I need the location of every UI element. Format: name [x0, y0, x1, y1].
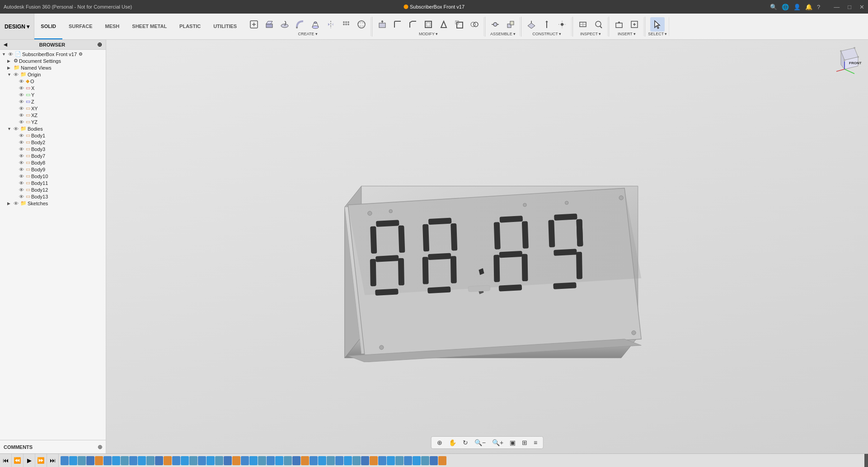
fillet-btn[interactable]: [390, 17, 405, 32]
timeline-item[interactable]: [146, 456, 155, 465]
timeline-end-btn[interactable]: ⏭: [47, 454, 59, 467]
tree-item-y[interactable]: 👁 ▭ Y: [0, 91, 106, 98]
draft-btn[interactable]: [436, 17, 451, 32]
new-component-btn[interactable]: [247, 17, 261, 32]
insert-label[interactable]: INSERT ▾: [618, 32, 636, 36]
display-mode-btn[interactable]: ▣: [508, 438, 517, 447]
design-dropdown[interactable]: DESIGN ▾: [0, 14, 34, 39]
tab-plastic[interactable]: PLASTIC: [173, 14, 207, 39]
tree-item-bodies[interactable]: ▼ 👁 📁 Bodies: [0, 125, 106, 132]
zoom-out-btn[interactable]: 🔍−: [473, 438, 488, 447]
visibility-xy[interactable]: 👁: [19, 106, 24, 111]
visibility-origin[interactable]: 👁: [14, 72, 19, 77]
timeline-item[interactable]: [61, 456, 69, 465]
tree-item-o[interactable]: 👁 ◆ O: [0, 78, 106, 85]
insert-btn2[interactable]: [627, 17, 642, 32]
browser-collapse-btn[interactable]: ◀: [4, 42, 7, 47]
timeline-item[interactable]: [129, 456, 137, 465]
timeline-item[interactable]: [241, 456, 249, 465]
tree-item-body9[interactable]: 👁 ▭ Body9: [0, 166, 106, 173]
tree-item-yz[interactable]: 👁 ▭ YZ: [0, 118, 106, 125]
construct-plane-btn[interactable]: [524, 17, 539, 32]
fit-view-btn[interactable]: ⊕: [435, 438, 444, 447]
timeline-item[interactable]: [413, 456, 421, 465]
timeline-item[interactable]: [206, 456, 215, 465]
timeline-item[interactable]: [361, 456, 369, 465]
tree-item-root[interactable]: ▼ 👁 📄 SubscriberBox Front v17 ⚙: [0, 51, 106, 57]
timeline-item[interactable]: [318, 456, 326, 465]
tab-surface[interactable]: SURFACE: [62, 14, 99, 39]
select-label[interactable]: SELECT ▾: [648, 32, 667, 36]
env-btn[interactable]: ≡: [532, 438, 539, 447]
tree-item-body11[interactable]: 👁 ▭ Body11: [0, 179, 106, 186]
tree-item-origin[interactable]: ▼ 👁 📁 Origin: [0, 71, 106, 78]
timeline-item[interactable]: [301, 456, 309, 465]
timeline-item[interactable]: [327, 456, 335, 465]
timeline-item[interactable]: [310, 456, 318, 465]
timeline-item[interactable]: [189, 456, 197, 465]
press-pull-btn[interactable]: [375, 17, 389, 32]
toggle-sketches[interactable]: ▶: [7, 201, 13, 206]
timeline-item[interactable]: [292, 456, 300, 465]
notification-icon[interactable]: 🔔: [805, 4, 812, 10]
timeline-item[interactable]: [86, 456, 94, 465]
viewport[interactable]: FRONT ⊕ ✋ ↻ 🔍− 🔍+ ▣ ⊞ ≡: [106, 40, 868, 453]
construct-label[interactable]: CONSTRUCT ▾: [532, 32, 561, 36]
insert-btn1[interactable]: [612, 17, 626, 32]
timeline-item[interactable]: [284, 456, 292, 465]
tab-solid[interactable]: SOLID: [34, 14, 62, 39]
visibility-root[interactable]: 👁: [8, 52, 13, 57]
visibility-xz[interactable]: 👁: [19, 113, 24, 118]
shell-btn[interactable]: [421, 17, 436, 32]
timeline-item[interactable]: [378, 456, 386, 465]
toggle-bodies[interactable]: ▼: [7, 127, 13, 131]
assemble-btn2[interactable]: [503, 17, 518, 32]
tree-item-body8[interactable]: 👁 ▭ Body8: [0, 159, 106, 166]
timeline-item[interactable]: [258, 456, 266, 465]
tab-mesh[interactable]: MESH: [99, 14, 126, 39]
timeline-item[interactable]: [395, 456, 404, 465]
visibility-body12[interactable]: 👁: [19, 187, 24, 193]
timeline-item[interactable]: [335, 456, 343, 465]
timeline-item[interactable]: [95, 456, 103, 465]
visibility-bodies[interactable]: 👁: [14, 126, 19, 132]
zoom-in-btn[interactable]: 🔍+: [490, 438, 505, 447]
timeline-item[interactable]: [404, 456, 412, 465]
timeline-item[interactable]: [249, 456, 258, 465]
visibility-body11[interactable]: 👁: [19, 180, 24, 186]
visibility-body9[interactable]: 👁: [19, 167, 24, 172]
visibility-yz[interactable]: 👁: [19, 119, 24, 125]
joint-btn[interactable]: [488, 17, 502, 32]
timeline-item[interactable]: [275, 456, 283, 465]
visibility-body13[interactable]: 👁: [19, 194, 24, 199]
tree-item-doc-settings[interactable]: ▶ ⚙ Document Settings: [0, 57, 106, 64]
inspect-btn2[interactable]: [591, 17, 605, 32]
timeline-item[interactable]: [181, 456, 189, 465]
timeline-item[interactable]: [430, 456, 438, 465]
tree-item-body12[interactable]: 👁 ▭ Body12: [0, 186, 106, 193]
visibility-o[interactable]: 👁: [19, 79, 24, 84]
visibility-body8[interactable]: 👁: [19, 160, 24, 165]
question-icon[interactable]: ?: [817, 4, 820, 10]
timeline-item[interactable]: [224, 456, 232, 465]
grid-btn[interactable]: ⊞: [520, 438, 529, 447]
visibility-x[interactable]: 👁: [19, 85, 24, 91]
tree-item-body13[interactable]: 👁 ▭ Body13: [0, 193, 106, 200]
tree-item-named-views[interactable]: ▶ 📁 Named Views: [0, 64, 106, 71]
visibility-y[interactable]: 👁: [19, 92, 24, 98]
visibility-body7[interactable]: 👁: [19, 153, 24, 159]
timeline-item[interactable]: [352, 456, 361, 465]
timeline-item[interactable]: [370, 456, 378, 465]
timeline-start-btn[interactable]: ⏮: [0, 454, 12, 467]
help-search-icon[interactable]: 🔍: [770, 4, 777, 10]
construct-axis-btn[interactable]: [540, 17, 554, 32]
root-settings-icon[interactable]: ⚙: [79, 52, 83, 57]
scale-btn[interactable]: [452, 17, 466, 32]
timeline-prev-btn[interactable]: ⏪: [12, 454, 23, 467]
visibility-body2[interactable]: 👁: [19, 140, 24, 145]
tree-item-body10[interactable]: 👁 ▭ Body10: [0, 173, 106, 179]
tab-sheet-metal[interactable]: SHEET METAL: [126, 14, 173, 39]
visibility-z[interactable]: 👁: [19, 99, 24, 104]
comments-settings-icon[interactable]: ⊕: [98, 443, 103, 450]
tree-item-body7[interactable]: 👁 ▭ Body7: [0, 152, 106, 159]
